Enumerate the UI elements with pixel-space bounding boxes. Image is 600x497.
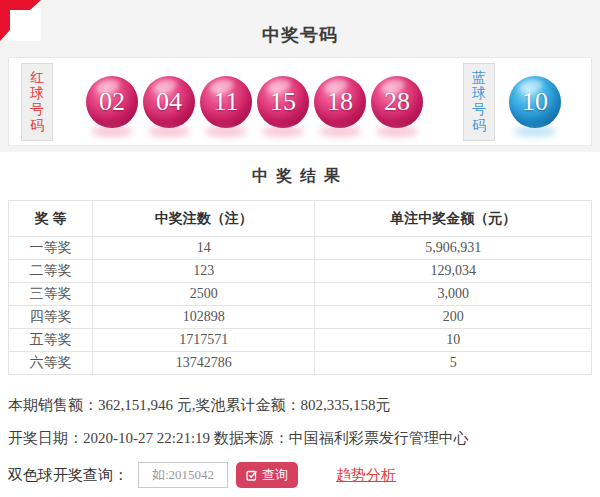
prize-level-cell: 六等奖 [9, 352, 93, 375]
trend-analysis-link[interactable]: 趋势分析 [336, 466, 396, 485]
blue-ball: 10 [509, 76, 561, 128]
blue-ball-group: 蓝球号码 10 [463, 63, 561, 141]
issue-query-input[interactable] [138, 462, 228, 488]
winning-numbers-title: 中奖号码 [0, 0, 600, 47]
prize-level-cell: 五等奖 [9, 329, 93, 352]
results-title: 中奖结果 [0, 152, 600, 200]
blue-ball-label: 蓝球号码 [463, 63, 495, 141]
check-square-icon [246, 469, 258, 481]
draw-date-and-source-text: 开奖日期：2020-10-27 22:21:19 数据来源：中国福利彩票发行管理… [8, 429, 600, 448]
prize-amount-cell: 200 [315, 306, 592, 329]
red-ball: 11 [200, 76, 252, 128]
winner-count-cell: 102898 [92, 306, 315, 329]
query-button[interactable]: 查询 [236, 462, 298, 488]
red-balls-label: 红球号码 [21, 63, 53, 141]
ball-number: 11 [213, 87, 238, 117]
ball-number: 18 [327, 87, 353, 117]
winner-count-cell: 123 [92, 260, 315, 283]
prize-amount-cell: 3,000 [315, 283, 592, 306]
query-label: 双色球开奖查询： [8, 466, 128, 485]
winner-count-cell: 13742786 [92, 352, 315, 375]
winner-count-cell: 1717571 [92, 329, 315, 352]
winner-count-cell: 2500 [92, 283, 315, 306]
table-row: 五等奖171757110 [9, 329, 592, 352]
red-ball: 02 [86, 76, 138, 128]
results-table-header-row: 奖 等 中奖注数（注） 单注中奖金额（元） [9, 201, 592, 237]
prize-level-cell: 三等奖 [9, 283, 93, 306]
results-table: 奖 等 中奖注数（注） 单注中奖金额（元） 一等奖145,906,931二等奖1… [8, 200, 592, 375]
column-header-winner-count: 中奖注数（注） [92, 201, 315, 237]
winning-numbers-section: 中奖号码 红球号码 020411151828 蓝球号码 10 [0, 0, 600, 152]
red-ball: 15 [257, 76, 309, 128]
table-row: 四等奖102898200 [9, 306, 592, 329]
ball-number: 10 [522, 87, 548, 117]
ball-number: 02 [99, 87, 125, 117]
winner-count-cell: 14 [92, 237, 315, 260]
table-row: 一等奖145,906,931 [9, 237, 592, 260]
blue-balls: 10 [509, 76, 561, 128]
table-row: 六等奖137427865 [9, 352, 592, 375]
query-button-label: 查询 [262, 466, 288, 484]
results-table-body: 一等奖145,906,931二等奖123129,034三等奖25003,000四… [9, 237, 592, 375]
footer-section: 本期销售额：362,151,946 元,奖池累计金额：802,335,158元 … [0, 396, 600, 489]
column-header-prize-amount: 单注中奖金额（元） [315, 201, 592, 237]
red-ball: 18 [314, 76, 366, 128]
prize-amount-cell: 10 [315, 329, 592, 352]
red-ball: 28 [371, 76, 423, 128]
ball-number: 28 [384, 87, 410, 117]
table-row: 二等奖123129,034 [9, 260, 592, 283]
query-row: 双色球开奖查询： 查询 趋势分析 [8, 461, 600, 489]
results-section: 中奖结果 奖 等 中奖注数（注） 单注中奖金额（元） 一等奖145,906,93… [0, 152, 600, 375]
prize-amount-cell: 5,906,931 [315, 237, 592, 260]
prize-level-cell: 一等奖 [9, 237, 93, 260]
ball-number: 15 [270, 87, 296, 117]
column-header-prize-level: 奖 等 [9, 201, 93, 237]
prize-amount-cell: 129,034 [315, 260, 592, 283]
numbers-panel: 红球号码 020411151828 蓝球号码 10 [8, 57, 592, 146]
ball-number: 04 [156, 87, 182, 117]
prize-level-cell: 二等奖 [9, 260, 93, 283]
red-ball: 04 [143, 76, 195, 128]
prize-level-cell: 四等奖 [9, 306, 93, 329]
red-balls: 020411151828 [86, 76, 423, 128]
prize-amount-cell: 5 [315, 352, 592, 375]
table-row: 三等奖25003,000 [9, 283, 592, 306]
corner-ribbon-icon [0, 0, 48, 48]
sales-and-jackpot-text: 本期销售额：362,151,946 元,奖池累计金额：802,335,158元 [8, 396, 600, 415]
